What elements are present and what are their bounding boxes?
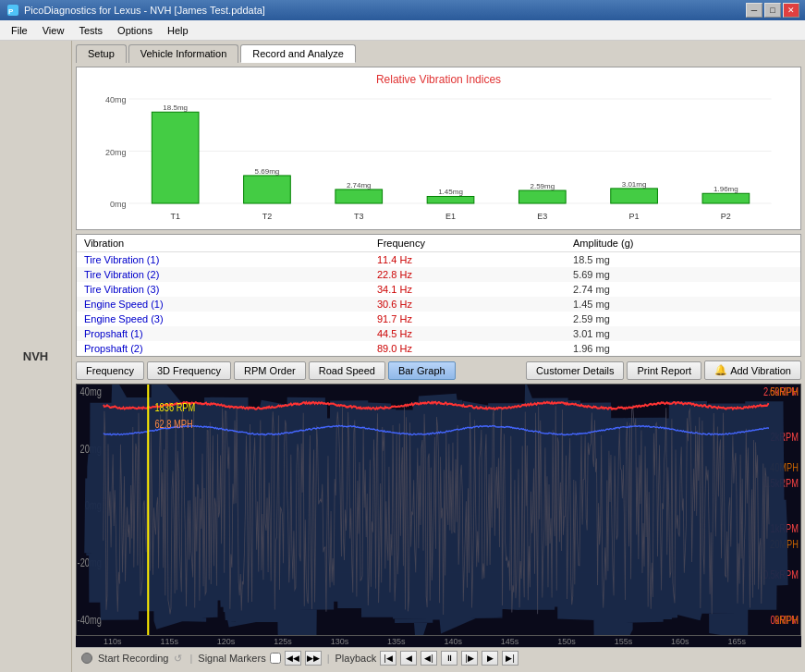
- x-label: 120s: [217, 637, 236, 646]
- row-freq: 30.6 Hz: [370, 297, 566, 312]
- btn-add-vibration[interactable]: 🔔 Add Vibration: [704, 360, 801, 380]
- waveform-section[interactable]: 40mg20mg0mg-20mg-40mg2.5kRPM2kRPM1.5kRPM…: [76, 384, 801, 636]
- row-amp: 5.69 mg: [566, 267, 800, 282]
- close-button[interactable]: ✕: [783, 3, 799, 18]
- row-name: Tire Vibration (2): [77, 267, 370, 282]
- svg-text:2.74mg: 2.74mg: [347, 181, 372, 189]
- svg-rect-26: [702, 193, 750, 203]
- svg-text:40mg: 40mg: [105, 95, 127, 104]
- sidebar: NVH: [0, 41, 72, 672]
- btn-rpm-order[interactable]: RPM Order: [234, 361, 306, 380]
- btn-play-begin[interactable]: |◀: [380, 651, 396, 666]
- menu-bar: File View Tests Options Help: [0, 20, 805, 41]
- row-freq: 44.5 Hz: [370, 326, 566, 341]
- tab-bar: Setup Vehicle Information Record and Ana…: [76, 44, 801, 63]
- svg-text:3.01mg: 3.01mg: [622, 180, 647, 189]
- x-label: 160s: [671, 637, 689, 646]
- svg-text:0mg: 0mg: [110, 200, 127, 209]
- row-freq: 89.0 Hz: [370, 341, 566, 356]
- row-freq: 22.8 Hz: [370, 267, 566, 282]
- svg-text:-40mg: -40mg: [78, 614, 102, 627]
- sidebar-label: NVH: [23, 349, 48, 363]
- waveform-svg: 40mg20mg0mg-20mg-40mg2.5kRPM2kRPM1.5kRPM…: [77, 385, 800, 635]
- btn-bar-graph[interactable]: Bar Graph: [388, 361, 456, 380]
- svg-text:60MPH: 60MPH: [770, 385, 799, 397]
- tab-setup[interactable]: Setup: [76, 44, 127, 63]
- btn-play-end[interactable]: ▶|: [502, 651, 518, 666]
- btn-frequency[interactable]: Frequency: [76, 361, 144, 380]
- toolbar: Frequency 3D Frequency RPM Order Road Sp…: [76, 360, 801, 380]
- svg-text:18.5mg: 18.5mg: [163, 104, 188, 112]
- maximize-button[interactable]: □: [764, 3, 781, 18]
- window-controls: ─ □ ✕: [746, 3, 799, 18]
- signal-markers-checkbox[interactable]: [270, 653, 281, 664]
- svg-text:1.96mg: 1.96mg: [714, 185, 738, 193]
- row-amp: 3.01 mg: [566, 326, 800, 341]
- menu-tests[interactable]: Tests: [71, 23, 110, 38]
- btn-customer-details[interactable]: Customer Details: [526, 361, 624, 380]
- svg-text:0MPH: 0MPH: [775, 614, 799, 627]
- svg-rect-14: [335, 189, 383, 203]
- svg-text:1836 RPM: 1836 RPM: [154, 401, 195, 414]
- bar-chart-svg: 40mg20mg0mg18.5mgT15.69mgT22.74mgT31.45m…: [82, 90, 795, 224]
- playback-label: Playback: [335, 653, 377, 664]
- svg-text:T3: T3: [354, 212, 364, 221]
- table-row: Engine Speed (1) 30.6 Hz 1.45 mg: [77, 297, 800, 312]
- svg-text:T2: T2: [262, 212, 273, 221]
- btn-print-report[interactable]: Print Report: [627, 361, 701, 380]
- btn-3d-frequency[interactable]: 3D Frequency: [147, 361, 231, 380]
- btn-play-back-slow[interactable]: ◀|: [421, 651, 437, 666]
- btn-next-marker[interactable]: ▶▶: [305, 651, 322, 666]
- minimize-button[interactable]: ─: [746, 3, 762, 18]
- btn-play-fwd[interactable]: ▶: [482, 651, 498, 666]
- x-label: 155s: [615, 637, 633, 646]
- row-name: Propshaft (1): [77, 326, 370, 341]
- svg-rect-8: [152, 112, 199, 203]
- svg-text:E1: E1: [445, 212, 456, 221]
- btn-play-back[interactable]: ◀: [400, 651, 417, 666]
- row-name: Tire Vibration (3): [77, 282, 370, 297]
- menu-view[interactable]: View: [35, 23, 72, 38]
- row-freq: 34.1 Hz: [370, 282, 566, 297]
- table-row: Engine Speed (3) 91.7 Hz 2.59 mg: [77, 312, 800, 326]
- row-amp: 2.59 mg: [566, 312, 800, 326]
- svg-text:P1: P1: [629, 212, 640, 221]
- x-label: 145s: [501, 637, 519, 646]
- menu-help[interactable]: Help: [160, 23, 196, 38]
- tab-record-analyze[interactable]: Record and Analyze: [240, 44, 355, 63]
- menu-options[interactable]: Options: [110, 23, 160, 38]
- start-recording-label: Start Recording: [98, 653, 168, 664]
- svg-text:62.8 MPH: 62.8 MPH: [154, 417, 192, 430]
- row-name: Propshaft (2): [77, 341, 370, 356]
- row-freq: 91.7 Hz: [370, 312, 566, 326]
- svg-text:1.45mg: 1.45mg: [438, 188, 463, 196]
- x-label: 135s: [387, 637, 406, 646]
- svg-text:40mg: 40mg: [80, 385, 102, 397]
- tab-vehicle-info[interactable]: Vehicle Information: [128, 44, 239, 63]
- menu-file[interactable]: File: [4, 23, 35, 38]
- x-label: 115s: [160, 637, 178, 646]
- row-name: Tire Vibration (1): [77, 252, 370, 268]
- row-name: Engine Speed (3): [77, 312, 370, 326]
- table-row: Tire Vibration (3) 34.1 Hz 2.74 mg: [77, 282, 800, 297]
- table-row: Propshaft (2) 89.0 Hz 1.96 mg: [77, 341, 800, 356]
- vibration-table: Vibration Frequency Amplitude (g) Tire V…: [77, 235, 800, 356]
- btn-play-fwd-slow[interactable]: |▶: [461, 651, 478, 666]
- svg-text:5.69mg: 5.69mg: [255, 167, 280, 176]
- col-frequency: Frequency: [370, 235, 566, 252]
- svg-text:T1: T1: [170, 212, 180, 221]
- x-label: 140s: [444, 637, 462, 646]
- main-content: NVH Setup Vehicle Information Record and…: [0, 41, 805, 672]
- btn-prev-marker[interactable]: ◀◀: [285, 651, 301, 666]
- x-label: 165s: [727, 637, 746, 646]
- row-freq: 11.4 Hz: [370, 252, 566, 268]
- btn-pause[interactable]: ⏸: [441, 651, 457, 666]
- window-title: PicoDiagnostics for Lexus - NVH [James T…: [24, 5, 746, 16]
- row-amp: 2.74 mg: [566, 282, 800, 297]
- svg-text:2.59mg: 2.59mg: [530, 182, 555, 190]
- signal-markers-label: Signal Markers: [198, 653, 265, 664]
- record-indicator: [81, 653, 92, 664]
- add-vibration-label: Add Vibration: [730, 365, 791, 376]
- x-label: 150s: [557, 637, 576, 646]
- btn-road-speed[interactable]: Road Speed: [309, 361, 385, 380]
